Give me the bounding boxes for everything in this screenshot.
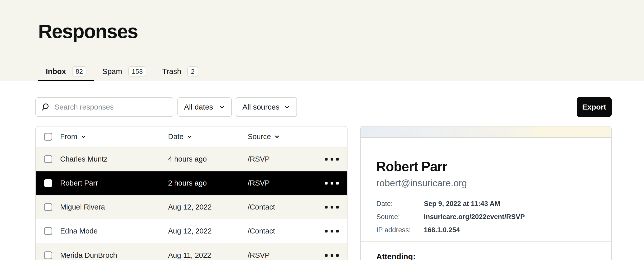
meta-value-ip: 168.1.0.254 xyxy=(424,226,595,233)
meta-label-date: Date: xyxy=(376,200,424,207)
page-body: All dates All sources Export xyxy=(0,97,644,260)
row-source: /Contact xyxy=(248,227,317,235)
meta-value-source: insuricare.org/2022event/RSVP xyxy=(424,213,595,220)
row-checkbox[interactable] xyxy=(44,227,52,235)
tab-spam-label: Spam xyxy=(102,67,122,76)
toolbar: All dates All sources Export xyxy=(35,97,612,117)
respondent-name: Robert Parr xyxy=(376,159,595,174)
detail-answers-section: Attending: xyxy=(361,242,611,260)
page-header: Responses Inbox 82 Spam 153 Trash 2 xyxy=(0,0,644,81)
row-menu-button[interactable] xyxy=(317,227,347,235)
row-date: Aug 11, 2022 xyxy=(168,251,248,259)
table-row[interactable]: Charles Muntz 4 hours ago /RSVP xyxy=(36,147,347,171)
column-header-source[interactable]: Source xyxy=(248,133,317,141)
row-date: 4 hours ago xyxy=(168,155,248,163)
detail-body: Robert Parr robert@insuricare.org Date: … xyxy=(361,138,611,233)
sort-chevron-icon xyxy=(81,134,86,139)
row-checkbox[interactable] xyxy=(44,155,52,163)
detail-header-strip xyxy=(361,126,611,138)
row-menu-button[interactable] xyxy=(317,203,347,211)
chevron-down-icon xyxy=(284,104,290,110)
tab-inbox-label: Inbox xyxy=(46,67,66,76)
row-date: 2 hours ago xyxy=(168,179,248,187)
column-header-date[interactable]: Date xyxy=(168,133,248,141)
tab-inbox[interactable]: Inbox 82 xyxy=(38,63,94,81)
table-row[interactable]: Edna Mode Aug 12, 2022 /Contact xyxy=(36,219,347,243)
meta-value-date: Sep 9, 2022 at 11:43 AM xyxy=(424,200,595,207)
row-source: /RSVP xyxy=(248,179,317,187)
date-filter-value: All dates xyxy=(184,103,213,111)
row-checkbox[interactable] xyxy=(44,203,52,211)
row-date: Aug 12, 2022 xyxy=(168,203,248,211)
export-button[interactable]: Export xyxy=(577,97,612,117)
row-menu-button[interactable] xyxy=(317,155,347,163)
row-from: Miguel Rivera xyxy=(60,203,168,211)
tab-trash-label: Trash xyxy=(162,67,181,76)
tab-spam-count-badge: 153 xyxy=(128,66,146,77)
page-title: Responses xyxy=(38,0,644,42)
table-row[interactable]: Merida DunBroch Aug 11, 2022 /RSVP xyxy=(36,243,347,260)
response-meta: Date: Sep 9, 2022 at 11:43 AM Source: in… xyxy=(376,200,595,233)
source-filter-select[interactable]: All sources xyxy=(236,97,297,117)
tab-bar: Inbox 82 Spam 153 Trash 2 xyxy=(38,63,206,81)
tab-trash-count-badge: 2 xyxy=(187,66,198,77)
table-row-selected[interactable]: Robert Parr 2 hours ago /RSVP xyxy=(36,171,347,195)
tab-inbox-count-badge: 82 xyxy=(72,66,86,77)
meta-label-source: Source: xyxy=(376,213,424,220)
row-menu-button[interactable] xyxy=(317,252,347,259)
row-menu-button[interactable] xyxy=(317,179,347,187)
row-date: Aug 12, 2022 xyxy=(168,227,248,235)
chevron-down-icon xyxy=(219,104,225,110)
content-area: From Date Source xyxy=(35,126,612,260)
row-source: /RSVP xyxy=(248,155,317,163)
table-row[interactable]: Miguel Rivera Aug 12, 2022 /Contact xyxy=(36,195,347,219)
toolbar-spacer xyxy=(301,97,573,117)
responses-page: Responses Inbox 82 Spam 153 Trash 2 xyxy=(0,0,644,260)
row-from: Merida DunBroch xyxy=(60,251,168,259)
response-detail-panel: Robert Parr robert@insuricare.org Date: … xyxy=(360,126,612,260)
tab-spam[interactable]: Spam 153 xyxy=(95,63,154,81)
table-header-row: From Date Source xyxy=(36,126,347,147)
column-header-from[interactable]: From xyxy=(60,133,168,141)
tab-trash[interactable]: Trash 2 xyxy=(155,63,206,81)
select-all-checkbox[interactable] xyxy=(44,133,52,141)
sort-chevron-icon xyxy=(187,134,192,139)
date-filter-select[interactable]: All dates xyxy=(177,97,232,117)
row-source: /RSVP xyxy=(248,251,317,259)
row-checkbox[interactable] xyxy=(44,251,52,259)
select-all-cell xyxy=(36,133,60,141)
search-icon xyxy=(41,103,50,111)
responses-table: From Date Source xyxy=(35,126,348,260)
source-filter-value: All sources xyxy=(242,103,280,111)
row-from: Robert Parr xyxy=(60,179,168,187)
meta-label-ip: IP address: xyxy=(376,226,424,233)
search-box[interactable] xyxy=(35,97,173,117)
sort-chevron-icon xyxy=(274,134,280,139)
search-input[interactable] xyxy=(54,103,168,112)
respondent-email: robert@insuricare.org xyxy=(376,178,595,189)
row-from: Edna Mode xyxy=(60,227,168,235)
row-from: Charles Muntz xyxy=(60,155,168,163)
attending-heading: Attending: xyxy=(376,252,595,260)
row-checkbox[interactable] xyxy=(44,179,52,187)
row-source: /Contact xyxy=(248,203,317,211)
